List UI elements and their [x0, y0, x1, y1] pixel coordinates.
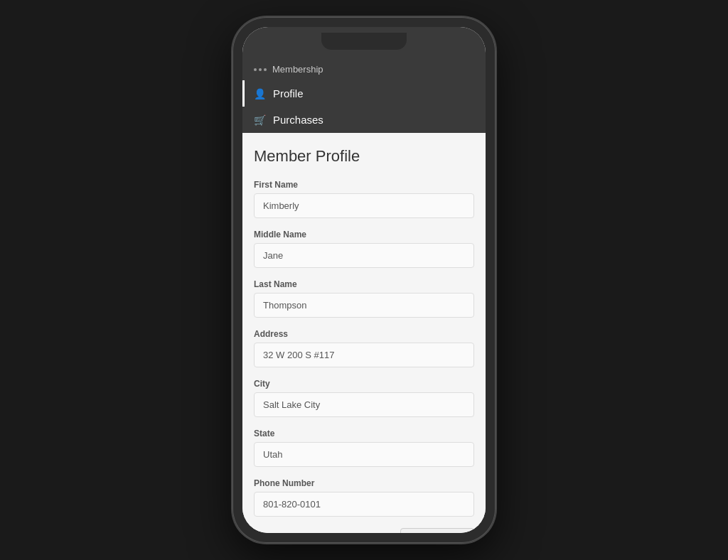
label-phone-number: Phone Number: [254, 478, 474, 488]
label-state: State: [254, 429, 474, 438]
purchases-icon: 🛒: [254, 114, 266, 126]
input-first-name[interactable]: [254, 193, 474, 218]
content-area: Member Profile First Name Middle Name La…: [242, 133, 486, 533]
phone-notch: [321, 33, 407, 50]
input-city[interactable]: [254, 392, 474, 417]
label-middle-name: Middle Name: [254, 230, 474, 239]
field-middle-name: Middle Name: [254, 230, 474, 268]
nav-purchases-label: Purchases: [273, 114, 323, 126]
field-state: State: [254, 429, 474, 467]
input-address[interactable]: [254, 343, 474, 367]
input-phone-number[interactable]: [254, 492, 474, 517]
field-address: Address: [254, 329, 474, 367]
label-city: City: [254, 379, 474, 389]
input-last-name[interactable]: [254, 293, 474, 318]
field-phone-number: Phone Number: [254, 478, 474, 517]
membership-title: Membership: [272, 64, 323, 75]
membership-dots: [254, 68, 267, 71]
input-middle-name[interactable]: [254, 243, 474, 268]
field-last-name: Last Name: [254, 279, 474, 318]
field-city: City: [254, 379, 474, 417]
label-first-name: First Name: [254, 180, 474, 190]
field-first-name: First Name: [254, 180, 474, 218]
save-button-row: Save Profile: [254, 528, 474, 533]
page-title: Member Profile: [254, 147, 474, 166]
label-address: Address: [254, 329, 474, 339]
save-profile-button[interactable]: Save Profile: [400, 528, 474, 533]
nav-item-purchases[interactable]: 🛒 Purchases: [242, 107, 486, 133]
phone-device: Membership 👤 Profile 🛒 Purchases Member …: [232, 17, 496, 543]
label-last-name: Last Name: [254, 279, 474, 289]
profile-icon: 👤: [254, 88, 266, 99]
nav-item-profile[interactable]: 👤 Profile: [242, 80, 486, 107]
phone-screen: Membership 👤 Profile 🛒 Purchases Member …: [242, 27, 486, 533]
membership-bar: Membership: [242, 58, 486, 80]
nav-profile-label: Profile: [273, 87, 304, 99]
input-state[interactable]: [254, 442, 474, 467]
